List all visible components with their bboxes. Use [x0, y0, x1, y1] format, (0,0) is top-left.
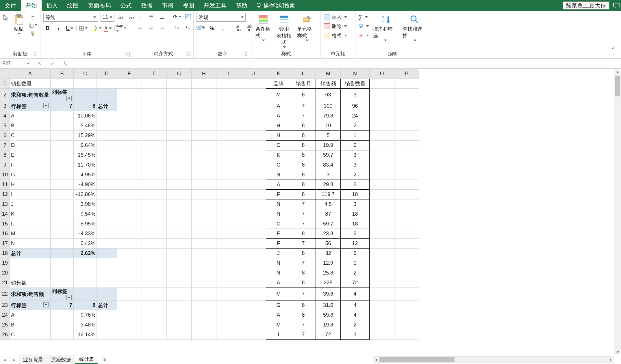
- accounting-format-button[interactable]: $: [197, 25, 205, 32]
- insert-function-button[interactable]: fx: [64, 60, 68, 67]
- cell-D17[interactable]: [97, 239, 117, 249]
- cell-L6[interactable]: 8: [291, 131, 316, 141]
- cell-P24[interactable]: [394, 310, 419, 320]
- italic-button[interactable]: I: [54, 25, 63, 32]
- cell-K11[interactable]: A: [266, 180, 291, 190]
- cell-M3[interactable]: 300: [316, 101, 341, 111]
- col-header-A[interactable]: A: [10, 69, 51, 79]
- cell-O2[interactable]: [370, 89, 394, 101]
- cell-E11[interactable]: [117, 180, 142, 190]
- cell-K12[interactable]: F: [266, 190, 291, 199]
- cell-E21[interactable]: [117, 278, 142, 288]
- cell-N16[interactable]: 2: [341, 229, 370, 239]
- increase-decimal-button[interactable]: .0.00: [234, 25, 243, 32]
- cell-G21[interactable]: [167, 278, 192, 288]
- cell-O24[interactable]: [370, 310, 394, 320]
- cell-I7[interactable]: [216, 141, 241, 150]
- cell-E16[interactable]: [117, 229, 142, 239]
- cell-P20[interactable]: [394, 268, 419, 278]
- cell-G13[interactable]: [167, 199, 192, 209]
- cell-C19[interactable]: [74, 258, 97, 268]
- cell-A9[interactable]: F: [10, 160, 51, 170]
- cell-N22[interactable]: 4: [341, 288, 370, 300]
- row-header-3[interactable]: 3: [0, 101, 10, 111]
- cell-H24[interactable]: [192, 310, 216, 320]
- cell-C11[interactable]: -4.90%: [74, 180, 97, 190]
- cell-G15[interactable]: [167, 219, 192, 229]
- cell-N18[interactable]: 6: [341, 249, 370, 258]
- account-name[interactable]: 酸菜鱼土豆大侠: [563, 1, 609, 10]
- cell-P11[interactable]: [394, 180, 419, 190]
- cell-A25[interactable]: B: [10, 320, 51, 330]
- cell-L19[interactable]: 7: [291, 258, 316, 268]
- new-sheet-button[interactable]: ⊕: [98, 357, 110, 363]
- cell-G19[interactable]: [167, 258, 192, 268]
- cell-K10[interactable]: N: [266, 170, 291, 180]
- cell-F12[interactable]: [142, 190, 167, 199]
- cell-H1[interactable]: [192, 79, 216, 89]
- align-center-button[interactable]: [147, 23, 155, 31]
- cell-K13[interactable]: N: [266, 199, 291, 209]
- clear-button[interactable]: [358, 31, 369, 40]
- cell-C23[interactable]: 8: [74, 300, 97, 310]
- cell-K4[interactable]: A: [266, 111, 291, 121]
- cell-E1[interactable]: [117, 79, 142, 89]
- cell-O4[interactable]: [370, 111, 394, 121]
- phonetic-guide-button[interactable]: wén文: [117, 25, 126, 32]
- row-header-11[interactable]: 11: [0, 180, 10, 190]
- cell-N20[interactable]: 2: [341, 268, 370, 278]
- cell-O12[interactable]: [370, 190, 394, 199]
- cell-N10[interactable]: 2: [341, 170, 370, 180]
- cell-F20[interactable]: [142, 268, 167, 278]
- cell-I1[interactable]: [216, 79, 241, 89]
- cell-G5[interactable]: [167, 121, 192, 131]
- cell-M17[interactable]: 56: [316, 239, 341, 249]
- cell-P23[interactable]: [394, 300, 419, 310]
- cell-C17[interactable]: 0.43%: [74, 239, 97, 249]
- cell-L13[interactable]: 7: [291, 199, 316, 209]
- cut-button[interactable]: ✂: [29, 13, 37, 20]
- cell-G24[interactable]: [167, 310, 192, 320]
- cell-J10[interactable]: [241, 170, 266, 180]
- cell-K25[interactable]: M: [266, 320, 291, 330]
- cell-K17[interactable]: F: [266, 239, 291, 249]
- cell-E7[interactable]: [117, 141, 142, 150]
- cell-D8[interactable]: [97, 150, 117, 160]
- cell-I19[interactable]: [216, 258, 241, 268]
- row-header-1[interactable]: 1: [0, 79, 10, 89]
- menu-tab-8[interactable]: 视图: [178, 0, 199, 11]
- cell-I20[interactable]: [216, 268, 241, 278]
- cell-G12[interactable]: [167, 190, 192, 199]
- cell-D24[interactable]: [97, 310, 117, 320]
- cell-A7[interactable]: D: [10, 141, 51, 150]
- row-header-2[interactable]: 2: [0, 89, 10, 101]
- cell-B22[interactable]: 列标签: [51, 288, 74, 300]
- cell-L17[interactable]: 7: [291, 239, 316, 249]
- cell-D7[interactable]: [97, 141, 117, 150]
- row-header-19[interactable]: 19: [0, 258, 10, 268]
- col-header-N[interactable]: N: [341, 69, 370, 79]
- cell-D14[interactable]: [97, 209, 117, 219]
- cell-B8[interactable]: [51, 150, 74, 160]
- cell-J18[interactable]: [241, 249, 266, 258]
- cell-I23[interactable]: [216, 300, 241, 310]
- cell-F11[interactable]: [142, 180, 167, 190]
- cell-H14[interactable]: [192, 209, 216, 219]
- menu-tab-10[interactable]: 帮助: [231, 0, 252, 11]
- cell-N21[interactable]: 72: [341, 278, 370, 288]
- row-header-5[interactable]: 5: [0, 121, 10, 131]
- cell-G18[interactable]: [167, 249, 192, 258]
- cell-K23[interactable]: G: [266, 300, 291, 310]
- cell-H16[interactable]: [192, 229, 216, 239]
- increase-indent-button[interactable]: [184, 23, 192, 31]
- format-painter-button[interactable]: [29, 30, 37, 37]
- cell-F5[interactable]: [142, 121, 167, 131]
- menu-tab-6[interactable]: 数据: [136, 0, 157, 11]
- cell-F26[interactable]: [142, 330, 167, 340]
- cell-D4[interactable]: [97, 111, 117, 121]
- cell-B6[interactable]: [51, 131, 74, 141]
- cell-L25[interactable]: 7: [291, 320, 316, 330]
- cell-E13[interactable]: [117, 199, 142, 209]
- scroll-up-button[interactable]: ▲: [614, 69, 621, 75]
- cell-N5[interactable]: 2: [341, 121, 370, 131]
